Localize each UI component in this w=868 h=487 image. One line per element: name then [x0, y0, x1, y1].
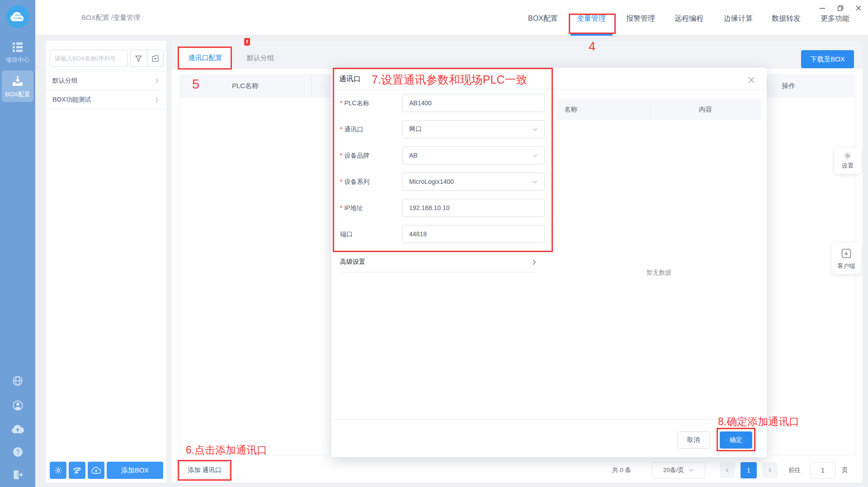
device-brand-select[interactable]: AB [402, 146, 545, 164]
nav-tab-edge-computing[interactable]: 边缘计算 [724, 14, 753, 23]
field-row-plc-name: *PLC名称 [331, 94, 553, 112]
nav-tab-variable-management[interactable]: 变量管理 [577, 14, 606, 23]
list-toolbox [130, 50, 164, 67]
group-row-box-test[interactable]: BOX功能测试 [46, 90, 166, 109]
cancel-button[interactable]: 取消 [677, 431, 710, 449]
column-header-name: 名称 [557, 98, 650, 120]
sidebar-item-box-config[interactable]: BOX配置 [2, 70, 33, 102]
tab-comm-port-config[interactable]: 通讯口配置 [179, 47, 231, 69]
dialog-close-button[interactable] [745, 74, 758, 86]
device-series-select[interactable]: MicroLogix1400 [402, 173, 545, 191]
field-label: 通讯口 [344, 126, 363, 133]
goto-page-input[interactable] [810, 462, 835, 478]
dialog-variable-table: 名称 内容 暂无数据 [557, 98, 761, 120]
ip-address-input[interactable] [402, 199, 545, 217]
sidebar-item-label: BOX配置 [2, 90, 33, 98]
dialog-table-header: 名称 内容 [557, 98, 761, 120]
nav-tab-alarm-management[interactable]: 报警管理 [626, 14, 655, 23]
nav-tab-remote-programming[interactable]: 远程编程 [675, 14, 703, 23]
close-icon [748, 76, 755, 84]
cloud-upload-button[interactable] [88, 462, 104, 479]
advanced-settings-toggle[interactable]: 高级设置 [340, 255, 538, 269]
pagination-total: 共 0 条 [612, 462, 631, 479]
filter-button[interactable] [131, 50, 147, 66]
field-row-ip-address: *IP地址 [331, 199, 553, 217]
settings-button[interactable] [50, 462, 66, 479]
settings-float-button[interactable]: 设置 [835, 148, 861, 174]
divider [331, 419, 767, 420]
required-asterisk: * [340, 99, 342, 107]
group-label: BOX功能测试 [52, 96, 91, 104]
box-list-panel: 默认分组 BOX功能测试 添加BOX [46, 41, 166, 482]
sidebar-logout-button[interactable] [0, 469, 35, 482]
comm-port-select[interactable]: 网口 [402, 120, 545, 138]
chevron-right-icon [154, 78, 160, 84]
wifi-off-icon [72, 466, 82, 475]
selected-value: AB [409, 152, 532, 159]
next-page-button[interactable] [762, 463, 778, 478]
nav-tab-box-config[interactable]: BOX配置 [528, 14, 558, 23]
port-input[interactable] [402, 225, 545, 243]
sidebar-item-project-center[interactable]: 项目中心 [0, 42, 35, 64]
advanced-settings-label: 高级设置 [340, 258, 531, 266]
required-asterisk: * [340, 178, 342, 185]
current-page-button[interactable]: 1 [741, 462, 757, 478]
required-asterisk: * [340, 126, 342, 133]
sidebar-help-button[interactable] [0, 446, 35, 459]
comm-port-dialog: 通讯口 *PLC名称 *通讯口 网口 *设备品牌 AB *设备系列 [331, 68, 767, 457]
app-window: BOX配置 /变量管理 BOX配置 变量管理 报警管理 远程编程 边缘计算 数据… [0, 0, 868, 487]
tab-default-group[interactable]: 默认分组 [231, 47, 289, 69]
column-header-plc-name: PLC名称 [179, 74, 312, 98]
filter-icon [134, 54, 143, 63]
help-icon [12, 446, 24, 458]
confirm-button[interactable]: 确定 [720, 431, 752, 449]
window-close-button[interactable] [853, 3, 864, 14]
sidebar-network-button[interactable] [0, 375, 35, 388]
add-box-button[interactable]: 添加BOX [107, 462, 163, 479]
field-label: 设备品牌 [344, 152, 369, 159]
gear-icon [54, 466, 63, 475]
sidebar: Box Config 项目中心 BOX配置 [0, 0, 35, 487]
cloud-logo-icon: Box Config [10, 12, 25, 22]
chevron-left-icon [725, 468, 730, 473]
sidebar-account-button[interactable] [0, 399, 35, 413]
window-minimize-button[interactable] [816, 3, 828, 14]
user-icon [12, 399, 24, 412]
search-input[interactable] [50, 50, 127, 67]
top-bar: BOX配置 /变量管理 BOX配置 变量管理 报警管理 远程编程 边缘计算 数据… [35, 0, 868, 35]
plc-name-input[interactable] [402, 94, 545, 112]
goto-page-label: 前往 [788, 462, 801, 479]
field-row-comm-port: *通讯口 网口 [331, 120, 553, 138]
divider [331, 89, 767, 89]
divider [340, 272, 538, 272]
chevron-right-icon [531, 259, 538, 266]
breadcrumb: BOX配置 /变量管理 [81, 14, 140, 22]
field-row-port: 端口 [331, 225, 553, 243]
offline-mode-button[interactable] [69, 462, 85, 479]
add-group-button[interactable] [147, 50, 164, 66]
add-comm-port-button[interactable]: 添加 通讯口 [179, 462, 230, 479]
cloud-upload-icon [11, 424, 24, 434]
dialog-title: 通讯口 [339, 75, 361, 84]
client-download-button[interactable]: 客户端 [832, 243, 861, 274]
chevron-right-icon [767, 468, 773, 473]
window-restore-button[interactable] [835, 3, 846, 14]
page-size-select[interactable]: 20条/页 [652, 462, 705, 478]
field-label: IP地址 [344, 204, 363, 211]
prev-page-button[interactable] [720, 463, 735, 478]
group-row-default[interactable]: 默认分组 [46, 71, 166, 90]
client-download-label: 客户端 [838, 262, 855, 270]
empty-data-text: 暂无数据 [557, 269, 761, 277]
page-unit-label: 页 [842, 462, 848, 479]
field-row-device-brand: *设备品牌 AB [331, 146, 553, 164]
field-label: 端口 [340, 230, 353, 238]
selected-value: 网口 [409, 125, 532, 133]
close-icon [855, 5, 862, 11]
nav-tab-data-forwarding[interactable]: 数据转发 [772, 14, 801, 23]
nav-tab-more-functions[interactable]: 更多功能 [821, 14, 849, 23]
exit-icon [12, 469, 24, 481]
download-to-box-button[interactable]: 下载至BOX [801, 50, 854, 68]
minimize-icon [819, 5, 826, 11]
sidebar-cloud-sync-button[interactable] [0, 424, 35, 435]
settings-float-label: 设置 [842, 162, 854, 170]
